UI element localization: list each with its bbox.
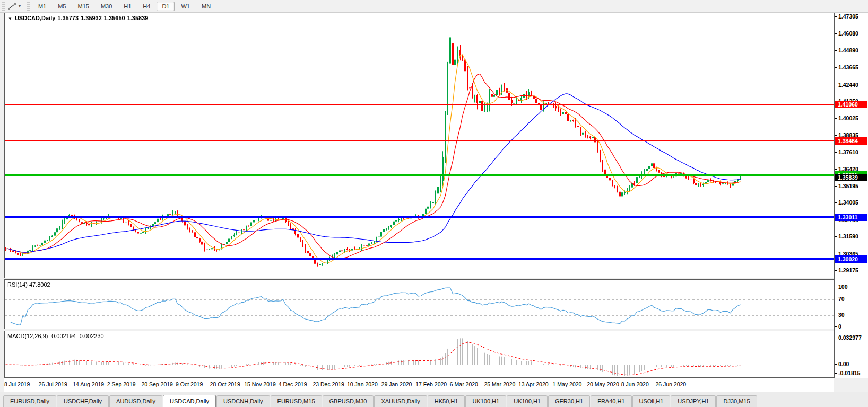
date-label: 25 Mar 2020 [484, 381, 515, 387]
date-label: 26 Jun 2020 [655, 381, 686, 387]
date-label: 4 Dec 2019 [279, 381, 307, 387]
tab-xauusd-daily[interactable]: XAUUSD,Daily [374, 395, 427, 407]
price-tick: 1.37610 [835, 149, 858, 155]
tab-dj30-m15[interactable]: DJ30,M15 [716, 395, 757, 407]
date-label: 6 Mar 2020 [450, 381, 478, 387]
price-tick: 1.44890 [835, 47, 858, 54]
tab-fra40-h1[interactable]: FRA40,H1 [591, 395, 631, 407]
price-line-label: 1.33011 [835, 214, 867, 221]
date-label: 17 Feb 2020 [415, 381, 447, 387]
price-tick: 1.42440 [835, 82, 858, 88]
date-label: 10 Jan 2020 [347, 381, 378, 387]
rsi-tick: 70 [835, 296, 845, 302]
tab-uk100-h1[interactable]: UK100,H1 [507, 395, 548, 407]
date-label: 14 Aug 2019 [73, 381, 104, 387]
date-label: 13 Apr 2020 [518, 381, 549, 387]
price-tick: 1.29175 [835, 267, 858, 273]
date-label: 26 Jul 2019 [39, 381, 67, 387]
price-tick: 1.43665 [835, 64, 858, 70]
tab-uk100-h1[interactable]: UK100,H1 [465, 395, 506, 407]
ohlc-high: 1.35932 [81, 15, 102, 21]
horizontal-line-1.33011[interactable] [5, 216, 834, 218]
rsi-title: RSI(14) 47.8002 [7, 281, 50, 288]
tab-usoil-h1[interactable]: USOil,H1 [632, 395, 671, 407]
date-label: 20 May 2020 [587, 381, 619, 387]
horizontal-line-1.3002[interactable] [5, 258, 834, 260]
price-line-label: 1.30020 [835, 255, 867, 263]
ohlc-close: 1.35839 [127, 15, 149, 21]
chevron-down-icon[interactable]: ▼ [8, 16, 12, 21]
tab-eurusd-daily[interactable]: EURUSD,Daily [3, 395, 56, 407]
rsi-tick: 100 [835, 284, 848, 290]
price-line-label: 1.35839 [835, 174, 867, 181]
date-label: 20 Sep 2019 [141, 381, 173, 387]
chart-tabs: EURUSD,DailyUSDCHF,DailyAUDUSD,DailyUSDC… [0, 392, 868, 407]
price-tick: 1.47305 [835, 13, 858, 20]
price-axis: 1.473051.460801.448901.436651.424401.412… [834, 13, 868, 378]
date-label: 23 Dec 2019 [313, 381, 344, 387]
price-line-label: 1.38464 [835, 137, 867, 145]
tab-audusd-daily[interactable]: AUDUSD,Daily [109, 395, 162, 407]
date-label: 1 May 2020 [553, 381, 582, 387]
date-label: 8 Jul 2019 [4, 381, 30, 387]
tab-gbpusd-m30[interactable]: GBPUSD,M30 [323, 395, 374, 407]
tab-usdcad-daily[interactable]: USDCAD,Daily [163, 395, 216, 407]
price-tick: 1.35195 [835, 183, 858, 189]
chart-canvas[interactable] [0, 0, 868, 407]
macd-tick: 0.00 [835, 361, 849, 367]
ohlc-low: 1.35650 [104, 15, 125, 21]
macd-title: MACD(12,26,9) -0.002194 -0.002230 [7, 333, 104, 339]
rsi-tick: 30 [835, 312, 845, 318]
date-label: 29 Jan 2020 [381, 381, 412, 387]
tab-usdcnh-daily[interactable]: USDCNH,Daily [216, 395, 270, 407]
date-label: 28 Oct 2019 [210, 381, 240, 387]
horizontal-line-1.38464[interactable] [5, 140, 834, 141]
price-tick: 1.31590 [835, 233, 858, 240]
date-label: 9 Oct 2019 [176, 381, 203, 387]
mt4-window: ▼ M1M5M15M30H1H4D1W1MN ▼USDCAD,Daily1.35… [0, 0, 868, 407]
macd-tick: 0.032977 [835, 334, 862, 341]
time-axis: 8 Jul 201926 Jul 201914 Aug 20192 Sep 20… [4, 378, 834, 392]
ohlc-open: 1.35773 [57, 15, 79, 21]
horizontal-line-1.4106[interactable] [5, 104, 834, 105]
price-tick: 1.40025 [835, 115, 858, 121]
tab-ger30-h1[interactable]: GER30,H1 [548, 395, 590, 407]
price-line-label: 1.41060 [835, 101, 867, 108]
date-label: 2 Sep 2019 [107, 381, 136, 387]
tab-usdjpy-h1[interactable]: USDJPY,H1 [671, 395, 716, 407]
date-label: 15 Nov 2019 [244, 381, 276, 387]
date-label: 8 Jun 2020 [621, 381, 649, 387]
horizontal-line-1.36015[interactable] [5, 174, 834, 176]
tab-eurusd-m15[interactable]: EURUSD,M15 [271, 395, 322, 407]
macd-tick: -0.01815 [835, 370, 860, 376]
rsi-tick: 0 [835, 323, 841, 330]
price-tick: 1.34005 [835, 199, 858, 206]
chart-symbol: USDCAD,Daily [15, 15, 55, 21]
price-tick: 1.46080 [835, 30, 858, 37]
tab-usdchf-daily[interactable]: USDCHF,Daily [57, 395, 109, 407]
chart-title: ▼USDCAD,Daily1.357731.359321.356501.3583… [8, 15, 150, 21]
tab-hk50-h1[interactable]: HK50,H1 [428, 395, 465, 407]
